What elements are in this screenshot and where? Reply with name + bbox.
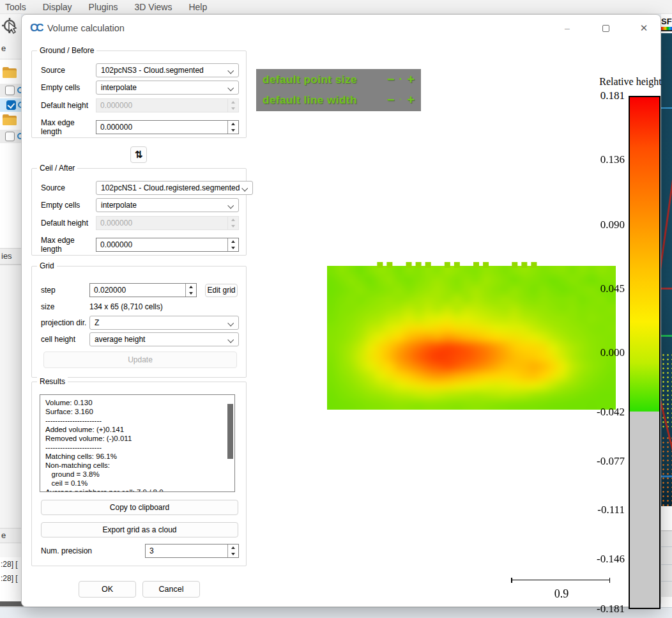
minimize-icon: – (565, 23, 570, 33)
edit-grid-button[interactable]: Edit grid (205, 284, 238, 297)
3d-view-background (661, 33, 672, 506)
tree-row[interactable] (0, 84, 21, 97)
spinner-buttons[interactable] (227, 545, 238, 557)
clipped-panel-label-bottom: e (1, 530, 6, 540)
close-button[interactable]: ✕ (630, 19, 658, 38)
tree-row[interactable] (0, 130, 21, 143)
point-picking-tool-icon[interactable] (1, 17, 20, 40)
colorbar-tick-label: 0.045 (571, 282, 625, 295)
results-scrollbar[interactable] (227, 404, 233, 459)
grid-step-value: 0.020000 (90, 284, 185, 297)
scalar-field-label: SF (661, 17, 672, 26)
clipped-panel-label-top: e (1, 43, 6, 53)
colorbar-tick-label: -0.077 (571, 455, 625, 468)
colorbar-tick-label: -0.111 (571, 504, 625, 516)
ceil-source-value: 102pcNS1 - Cloud.registered.segmented (101, 183, 240, 192)
console-line: :28] [ (1, 574, 21, 583)
export-grid-button[interactable]: Export grid as a cloud (41, 522, 238, 537)
menu-item-plugins[interactable]: Plugins (89, 2, 118, 12)
ground-empty-cells-dropdown[interactable]: interpolate (96, 81, 239, 95)
chevron-down-icon (227, 320, 234, 327)
ok-label: OK (102, 585, 113, 594)
results-line: Removed volume: (-)0.011 (40, 434, 234, 443)
checkbox-unchecked[interactable] (5, 86, 15, 95)
chevron-down-icon (227, 337, 234, 343)
cell-height-dropdown[interactable]: average height (89, 332, 239, 346)
edit-grid-label: Edit grid (207, 286, 235, 295)
ceil-empty-cells-label: Empty cells (41, 201, 96, 210)
menu-item-display[interactable]: Display (43, 2, 72, 12)
bottom-panels-clipped (661, 530, 672, 597)
spin-up-icon (231, 123, 235, 125)
ground-max-edge-label: Max edge length (41, 118, 96, 136)
scale-bar (511, 580, 610, 585)
spinner-buttons[interactable] (185, 284, 196, 297)
grid-step-label: step (41, 286, 89, 295)
menu-item-help[interactable]: Help (188, 2, 207, 12)
results-line: ----------------------- (40, 443, 234, 452)
ground-max-edge-spinbox[interactable]: 0.000000 (96, 120, 239, 134)
decrease-line-width-button[interactable]: − (387, 93, 395, 107)
render-viewport[interactable]: default point size − · + default line wi… (253, 52, 657, 600)
export-label: Export grid as a cloud (102, 525, 176, 534)
tree-row-selected[interactable] (0, 98, 21, 112)
blue-polyline (661, 107, 672, 109)
colorbar-tick-label: 0.136 (571, 153, 625, 166)
spin-up-icon (231, 240, 235, 243)
db-tree-clipped (0, 59, 21, 263)
ok-button[interactable]: OK (79, 581, 136, 598)
spin-down-icon (189, 292, 193, 295)
results-line: Non-matching cells: (40, 461, 234, 470)
point-cloud-dots (661, 353, 672, 429)
dialog-titlebar[interactable]: CC Volume calculation – ✕ (22, 15, 661, 42)
red-polyline (661, 143, 672, 288)
update-button[interactable]: Update (43, 351, 237, 368)
grid-size-value: 134 x 65 (8,710 cells) (89, 302, 163, 311)
spinner-buttons (227, 217, 238, 229)
close-icon: ✕ (640, 22, 648, 34)
console-line: :28] [ (1, 560, 21, 569)
spin-up-icon (231, 546, 235, 549)
default-point-size-label: default point size (263, 73, 357, 86)
results-textbox[interactable]: Volume: 0.130Surface: 3.160-------------… (40, 394, 235, 492)
chevron-down-icon (227, 85, 234, 91)
ground-source-value: 102pcNS3 - Cloud.segmented (101, 66, 204, 75)
ceil-empty-cells-dropdown[interactable]: interpolate (96, 198, 239, 212)
num-precision-spinbox[interactable]: 3 (145, 544, 239, 558)
spinner-buttons[interactable] (227, 121, 238, 134)
ceil-default-height-value: 0.000000 (96, 217, 227, 229)
ceil-max-edge-spinbox[interactable]: 0.000000 (96, 238, 239, 252)
grid-legend: Grid (37, 261, 57, 270)
folder-icon[interactable] (3, 67, 17, 78)
num-precision-value: 3 (146, 545, 227, 557)
checkbox-unchecked[interactable] (5, 132, 15, 141)
checkbox-checked[interactable] (6, 100, 16, 110)
cancel-button[interactable]: Cancel (142, 581, 200, 598)
decrease-point-size-button[interactable]: − (387, 72, 395, 87)
projection-dir-dropdown[interactable]: Z (89, 316, 239, 330)
ceil-after-group: Ceil / After Source 102pcNS1 - Cloud.reg… (31, 168, 247, 256)
increase-point-size-button[interactable]: + (407, 72, 415, 87)
menu-item-3d-views[interactable]: 3D Views (135, 2, 172, 12)
increase-line-width-button[interactable]: + (407, 93, 415, 107)
default-line-width-label: default line width (263, 94, 357, 107)
grid-step-spinbox[interactable]: 0.020000 (89, 283, 197, 297)
swap-ground-ceil-button[interactable]: ⇅ (130, 146, 147, 163)
folder-icon[interactable] (3, 114, 17, 125)
colorbar (629, 96, 661, 609)
minimize-button[interactable]: – (553, 19, 581, 38)
ground-default-height-value: 0.000000 (96, 99, 227, 112)
colorbar-tick-label: 0.090 (571, 219, 625, 231)
ceil-source-label: Source (41, 183, 96, 192)
spinner-buttons[interactable] (227, 238, 238, 251)
ground-source-dropdown[interactable]: 102pcNS3 - Cloud.segmented (96, 63, 239, 77)
colorbar-tick-label: -0.042 (571, 406, 625, 419)
console-panel-header-clipped: e (0, 528, 21, 543)
ground-empty-cells-label: Empty cells (41, 83, 96, 92)
copy-to-clipboard-button[interactable]: Copy to clipboard (41, 500, 238, 515)
maximize-button[interactable] (592, 19, 620, 38)
menu-item-tools[interactable]: Tools (5, 2, 26, 12)
ground-default-height-label: Default height (41, 101, 96, 110)
ceil-source-dropdown[interactable]: 102pcNS1 - Cloud.registered.segmented (96, 181, 253, 195)
colorbar-tick-label: -0.181 (571, 603, 625, 615)
